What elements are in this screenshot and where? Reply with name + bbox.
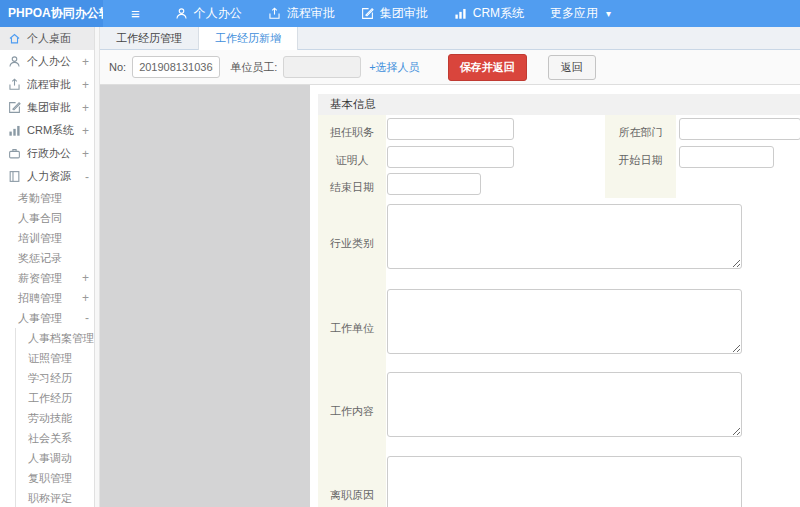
caret-down-icon: ▾ — [606, 8, 611, 19]
certifier-label: 证明人 — [318, 153, 386, 168]
work-content-textarea[interactable] — [387, 372, 742, 437]
sidebar: 个人桌面 个人办公 + 流程审批 + 集团审批 + CRM系统 + 行政办公 + — [0, 27, 100, 507]
sidebar-item-personnel-manage[interactable]: 人事管理- — [0, 308, 99, 328]
start-date-label: 开始日期 — [605, 153, 676, 168]
employee-label: 单位员工: — [230, 60, 277, 75]
company-textarea[interactable] — [387, 289, 742, 354]
personnel-submenu: 人事档案管理 证照管理 学习经历 工作经历 劳动技能 社会关系 人事调动 复职管… — [15, 328, 99, 507]
sidebar-item-personal-office[interactable]: 个人办公 + — [0, 50, 99, 73]
position-input[interactable] — [387, 118, 514, 140]
sidebar-item-process-approval[interactable]: 流程审批 + — [0, 73, 99, 96]
section-title: 基本信息 — [318, 94, 800, 115]
nav-crm[interactable]: CRM系统 — [441, 0, 537, 27]
label-column-left — [318, 115, 386, 507]
return-button[interactable]: 返回 — [548, 55, 596, 80]
menu-toggle-icon[interactable]: ≡ — [131, 5, 140, 22]
sidebar-item-label: 复职管理 — [28, 472, 72, 484]
book-icon — [8, 170, 21, 183]
sidebar-item-label: 工作经历 — [28, 392, 72, 404]
sidebar-item-admin-office[interactable]: 行政办公 + — [0, 142, 99, 165]
expand-mark: + — [82, 55, 89, 69]
end-date-input[interactable] — [387, 173, 481, 195]
nav-label: 集团审批 — [380, 5, 428, 22]
nav-personal-office[interactable]: 个人办公 — [162, 0, 255, 27]
sidebar-item-label: 证照管理 — [28, 352, 72, 364]
sidebar-item-label: 行政办公 — [27, 146, 71, 161]
sidebar-item-label: 人事调动 — [28, 452, 72, 464]
sidebar-item-personnel-transfer[interactable]: 人事调动 — [16, 448, 99, 468]
tab-work-history-new[interactable]: 工作经历新增 — [199, 27, 298, 50]
work-content-label: 工作内容 — [318, 404, 386, 419]
department-label: 所在部门 — [605, 125, 676, 140]
tab-work-history-manage[interactable]: 工作经历管理 — [100, 27, 199, 50]
home-icon — [8, 32, 21, 45]
expand-mark: + — [82, 288, 89, 308]
sidebar-item-salary[interactable]: 薪资管理+ — [0, 268, 99, 288]
sidebar-item-group-approval[interactable]: 集团审批 + — [0, 96, 99, 119]
content-area: 基本信息 担任职务 所在部门 证明人 开始日期 结束日期 行业类别 工作单位 工… — [100, 85, 800, 507]
certifier-input[interactable] — [387, 146, 514, 168]
sidebar-item-label: 人事管理 — [18, 312, 62, 324]
sidebar-item-label: CRM系统 — [27, 123, 74, 138]
sidebar-item-label: 培训管理 — [18, 232, 62, 244]
sidebar-item-attendance[interactable]: 考勤管理 — [0, 188, 99, 208]
sidebar-item-label: 个人桌面 — [27, 31, 71, 46]
sidebar-item-title-evaluation[interactable]: 职称评定 — [16, 488, 99, 507]
expand-mark: + — [82, 78, 89, 92]
select-person-link[interactable]: +选择人员 — [369, 60, 419, 75]
sidebar-item-training[interactable]: 培训管理 — [0, 228, 99, 248]
nav-process-approval[interactable]: 流程审批 — [255, 0, 348, 27]
sidebar-item-certificates[interactable]: 证照管理 — [16, 348, 99, 368]
expand-mark: + — [82, 101, 89, 115]
sidebar-item-crm[interactable]: CRM系统 + — [0, 119, 99, 142]
sidebar-scrollbar[interactable] — [94, 27, 99, 507]
sidebar-item-label: 劳动技能 — [28, 412, 72, 424]
end-date-label: 结束日期 — [318, 180, 386, 195]
no-label: No: — [109, 61, 126, 73]
form-toolbar: No: 单位员工: +选择人员 保存并返回 返回 — [100, 50, 800, 85]
leave-reason-label: 离职原因 — [318, 488, 386, 503]
company-label: 工作单位 — [318, 321, 386, 336]
nav-more-apps[interactable]: 更多应用 ▾ — [537, 0, 624, 27]
expand-mark: + — [82, 147, 89, 161]
sidebar-item-label: 流程审批 — [27, 77, 71, 92]
user-icon — [8, 55, 21, 68]
nav-label: 流程审批 — [287, 5, 335, 22]
tab-bar: 工作经历管理 工作经历新增 — [100, 27, 800, 50]
sidebar-item-label: 集团审批 — [27, 100, 71, 115]
sidebar-item-label: 人力资源 — [27, 169, 71, 184]
leave-reason-textarea[interactable] — [387, 456, 742, 507]
employee-input[interactable] — [283, 56, 361, 78]
sidebar-item-label: 奖惩记录 — [18, 252, 62, 264]
sidebar-item-labor-skills[interactable]: 劳动技能 — [16, 408, 99, 428]
sidebar-item-label: 职称评定 — [28, 492, 72, 504]
edit-icon — [361, 7, 374, 20]
sidebar-item-work-history[interactable]: 工作经历 — [16, 388, 99, 408]
sidebar-item-rewards[interactable]: 奖惩记录 — [0, 248, 99, 268]
no-input[interactable] — [132, 56, 220, 78]
chart-icon — [8, 124, 21, 137]
nav-label: 更多应用 — [550, 5, 598, 22]
user-icon — [175, 7, 188, 20]
sidebar-item-personal-desktop[interactable]: 个人桌面 — [0, 27, 99, 50]
department-input[interactable] — [679, 118, 800, 140]
start-date-input[interactable] — [679, 146, 774, 168]
top-navigation: 个人办公 流程审批 集团审批 CRM系统 更多应用 ▾ — [162, 0, 624, 27]
sidebar-item-personnel-files[interactable]: 人事档案管理 — [16, 328, 99, 348]
process-icon — [8, 78, 21, 91]
sidebar-item-hr-contract[interactable]: 人事合同 — [0, 208, 99, 228]
sidebar-item-label: 薪资管理 — [18, 272, 62, 284]
tab-label: 工作经历新增 — [215, 32, 281, 44]
sidebar-item-reinstatement[interactable]: 复职管理 — [16, 468, 99, 488]
sidebar-item-hr[interactable]: 人力资源 - — [0, 165, 99, 188]
form-panel: 基本信息 担任职务 所在部门 证明人 开始日期 结束日期 行业类别 工作单位 工… — [310, 85, 800, 507]
app-logo: PHPOA协同办公软件 — [0, 0, 103, 27]
save-and-return-button[interactable]: 保存并返回 — [448, 54, 527, 81]
sidebar-item-social-relations[interactable]: 社会关系 — [16, 428, 99, 448]
industry-textarea[interactable] — [387, 204, 742, 269]
nav-group-approval[interactable]: 集团审批 — [348, 0, 441, 27]
chart-icon — [454, 7, 467, 20]
sidebar-item-recruitment[interactable]: 招聘管理+ — [0, 288, 99, 308]
sidebar-item-education-history[interactable]: 学习经历 — [16, 368, 99, 388]
tab-label: 工作经历管理 — [116, 32, 182, 44]
